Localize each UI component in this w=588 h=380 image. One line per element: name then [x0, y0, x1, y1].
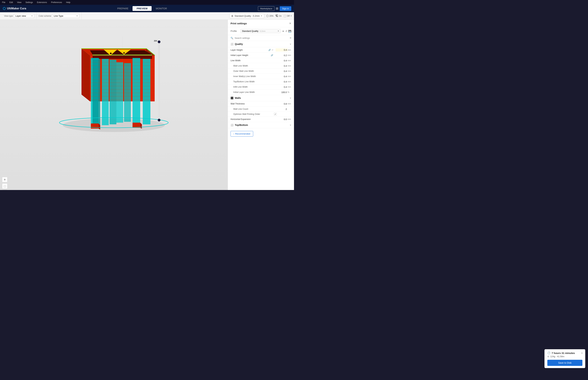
optimize-wall-checkbox[interactable]: ✓ [274, 113, 277, 115]
menu-preferences[interactable]: Preferences [50, 1, 63, 4]
app-title: UltiMaker Cura [7, 7, 26, 10]
line-width-value: 0.4 [274, 59, 287, 62]
quality-chevron: ▼ [261, 15, 262, 17]
menu-edit[interactable]: Edit [9, 1, 14, 4]
infill-line-width-text: 0.4 [283, 85, 287, 89]
view-type-select[interactable]: Layer view ▼ [14, 14, 34, 18]
line-width-row: Line Width 0.4 mm [228, 58, 294, 63]
nav-buttons: PREPARE PREVIEW MONITOR [113, 6, 171, 11]
topbottom-line-width-text: 0.4 [283, 80, 287, 83]
horizontal-expansion-value: 0.0 [274, 118, 287, 121]
rotate-tool[interactable]: ↺ [2, 190, 7, 190]
menu-extensions[interactable]: Extensions [36, 1, 48, 4]
profile-chevron: ▼ [278, 30, 279, 32]
svg-marker-13 [102, 59, 109, 125]
recommended-button[interactable]: ‹ Recommended [230, 131, 253, 137]
initial-layer-line-width-label: Initial Layer Line Width [230, 91, 274, 93]
topbottom-section-header[interactable]: ⬜ Top/Bottom ∨ [228, 122, 294, 128]
title-actions: Marketplace ⊞ Sign in [258, 6, 291, 11]
outer-wall-line-width-text: 0.4 [283, 70, 287, 73]
profile-save-button[interactable]: 💾 [288, 30, 291, 33]
settings-content: ⬜ Quality ∨ Layer Height 🔗 ↺ mm [228, 41, 294, 190]
view-type-label: View type [4, 15, 13, 17]
nav-preview[interactable]: PREVIEW [133, 6, 152, 11]
adhesion-icon: ⬚ [284, 14, 286, 18]
initial-layer-line-width-unit: % [287, 91, 291, 93]
toolbar-right: ⚙ Standard Quality - 0.2mm ▼ ⬡ 20% 🏗 On … [229, 14, 292, 18]
nav-prepare[interactable]: PREPARE [113, 6, 133, 11]
menu-file[interactable]: File [1, 1, 6, 4]
layer-height-reset-btn[interactable]: ↺ [271, 49, 273, 51]
adhesion-chevron: ▼ [290, 15, 292, 17]
layer-number-top: 250 [154, 40, 157, 42]
view-type-value: Layer view [16, 15, 26, 17]
outer-wall-line-width-unit: mm [287, 70, 291, 72]
wall-thickness-value: 0.8 [274, 102, 287, 105]
outer-wall-line-width-value: 0.4 [274, 70, 287, 73]
menu-view[interactable]: View [16, 1, 22, 4]
profile-favorite-button[interactable]: ★ [282, 30, 284, 33]
topbottom-section-title: ⬜ Top/Bottom [230, 124, 248, 126]
menu-settings[interactable]: Settings [25, 1, 34, 4]
profile-reset-button[interactable]: ↺ [285, 30, 287, 33]
line-width-label: Line Width [230, 59, 274, 62]
scale-tool[interactable]: ⬚ [2, 183, 7, 189]
svg-marker-17 [116, 62, 123, 123]
search-input[interactable] [235, 37, 288, 39]
topbottom-line-width-unit: mm [287, 80, 291, 83]
initial-layer-height-label: Initial Layer Height [230, 54, 271, 57]
svg-marker-7 [81, 48, 147, 49]
layer-height-link-btn[interactable]: 🔗 [268, 49, 271, 51]
profile-select[interactable]: Standard Quality 0.2mm ▼ [240, 29, 281, 33]
signin-button[interactable]: Sign in [280, 6, 291, 11]
initial-layer-height-link-btn[interactable]: 🔗 [271, 54, 273, 57]
recommended-label: Recommended [235, 133, 250, 135]
topbottom-icon: ⬜ [230, 124, 233, 126]
infill-line-width-label: Infill Line Width [230, 86, 274, 88]
horizontal-expansion-row: Horizontal Expansion 0.0 mm [228, 117, 294, 122]
profile-actions: ★ ↺ 💾 [282, 30, 291, 33]
profile-label: Profile [230, 30, 239, 32]
settings-menu-icon[interactable]: ≡ [290, 37, 291, 39]
color-scheme-label: Color scheme [39, 15, 51, 17]
settings-header: Print settings ✕ [228, 20, 294, 27]
title-bar: ⬡ UltiMaker Cura PREPARE PREVIEW MONITOR… [0, 5, 294, 12]
quality-selector[interactable]: ⚙ Standard Quality - 0.2mm ▼ [229, 14, 264, 18]
svg-marker-19 [91, 123, 98, 129]
viewport[interactable]: ✛ ⬚ ↺ ⇔ 🏗 ⊞ ◎ ∧ Object list ✏ CE3E3V2_mo… [0, 20, 228, 190]
quality-icon: ⬜ [230, 43, 233, 45]
walls-chevron: ∨ [290, 97, 291, 99]
grid-icon[interactable]: ⊞ [276, 7, 278, 10]
color-scheme-group: Color scheme Line Type ▼ [37, 12, 82, 19]
quality-section-header[interactable]: ⬜ Quality ∨ [228, 41, 294, 47]
support-icon: 🏗 [275, 15, 278, 18]
svg-marker-16 [143, 59, 151, 124]
marketplace-button[interactable]: Marketplace [258, 6, 274, 11]
layer-slider-bottom-thumb[interactable] [158, 119, 160, 121]
inner-wall-line-width-text: 0.4 [283, 75, 287, 78]
initial-layer-height-value: 0.2 [274, 54, 287, 57]
wall-thickness-row: Wall Thickness 0.8 mm [228, 101, 294, 107]
nav-monitor[interactable]: MONITOR [152, 6, 171, 11]
walls-section-header[interactable]: ⬛ Walls ∨ [228, 95, 294, 101]
layer-slider-top-thumb[interactable] [158, 40, 160, 43]
toolbar: View type Layer view ▼ Color scheme Line… [0, 12, 294, 20]
menu-help[interactable]: Help [65, 1, 71, 4]
wall-line-count-label: Wall Line Count [230, 108, 274, 110]
profile-row: Profile Standard Quality 0.2mm ▼ ★ ↺ 💾 [228, 27, 294, 35]
topbottom-line-width-label: Top/Bottom Line Width [230, 80, 274, 83]
horizontal-expansion-text: 0.0 [283, 118, 287, 121]
layer-height-input[interactable] [276, 48, 287, 52]
wall-line-width-value: 0.4 [274, 64, 287, 67]
support-group: 🏗 On [275, 15, 282, 18]
search-bar: 🔍 ≡ [228, 35, 294, 41]
move-tool[interactable]: ✛ [2, 177, 7, 182]
color-scheme-select[interactable]: Line Type ▼ [52, 14, 79, 18]
settings-icon: ⚙ [231, 15, 233, 17]
vertical-layer-slider[interactable] [158, 42, 160, 120]
profile-value: Standard Quality 0.2mm [242, 30, 266, 32]
layer-height-unit: mm [287, 49, 291, 51]
optimize-wall-row: Optimize Wall Printing Order ✓ [228, 112, 294, 117]
infill-line-width-value: 0.4 [274, 85, 287, 88]
settings-close-button[interactable]: ✕ [289, 22, 291, 25]
